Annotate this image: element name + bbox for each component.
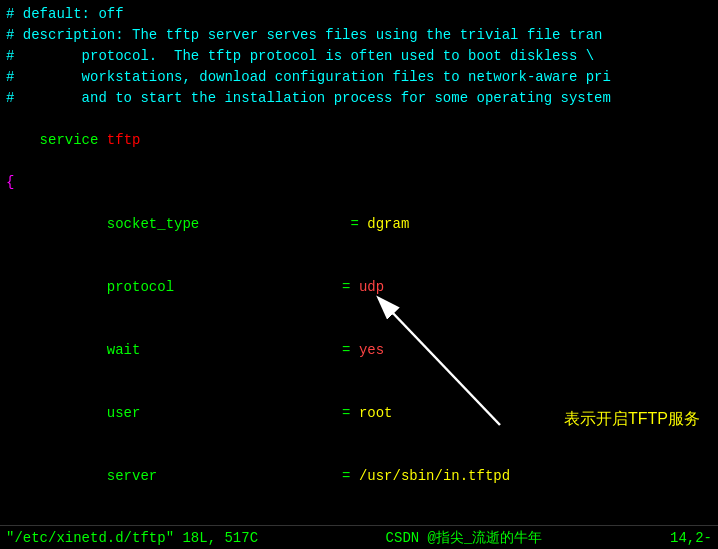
prop-protocol: protocol = udp: [6, 256, 712, 319]
open-brace: {: [6, 172, 712, 193]
prop-user: user = root: [6, 382, 712, 445]
line-2: # description: The tftp server serves fi…: [6, 25, 712, 46]
line-3: # protocol. The tftp protocol is often u…: [6, 46, 712, 67]
service-name: tftp: [107, 132, 141, 148]
service-keyword: service: [40, 132, 107, 148]
footer-csdn: CSDN @指尖_流逝的牛年: [386, 529, 543, 547]
line-4: # workstations, download configuration f…: [6, 67, 712, 88]
footer-filename: "/etc/xinetd.d/tftp" 18L, 517C: [6, 530, 258, 546]
prop-server: server = /usr/sbin/in.tftpd: [6, 445, 712, 508]
terminal: # default: off # description: The tftp s…: [0, 0, 718, 549]
line-1: # default: off: [6, 4, 712, 25]
prop-wait: wait = yes: [6, 319, 712, 382]
line-5: # and to start the installation process …: [6, 88, 712, 109]
prop-socket-type: socket_type = dgram: [6, 193, 712, 256]
footer-bar: "/etc/xinetd.d/tftp" 18L, 517C CSDN @指尖_…: [0, 525, 718, 549]
footer-position: 14,2-: [670, 530, 712, 546]
service-line: service tftp: [6, 109, 712, 172]
